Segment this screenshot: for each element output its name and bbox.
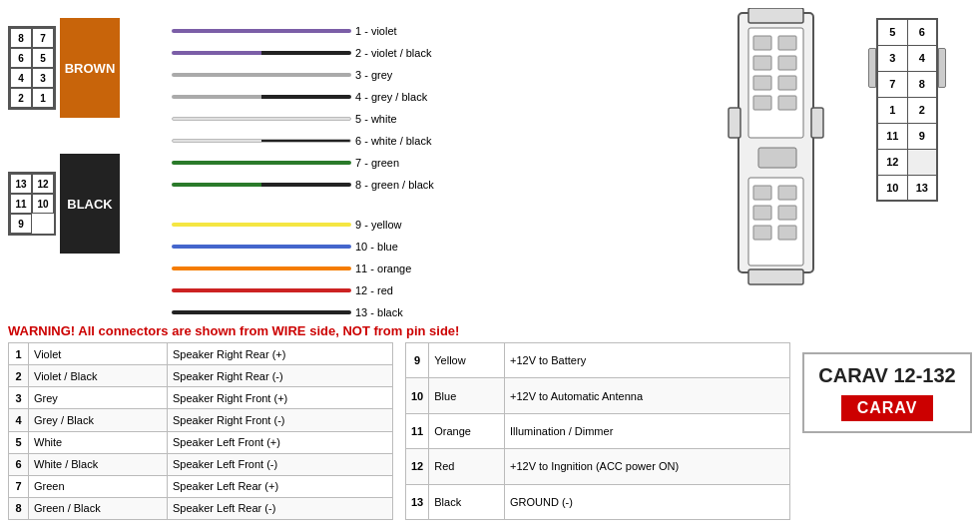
wire-label-13: 13 - black — [355, 306, 403, 318]
svg-rect-16 — [778, 186, 796, 200]
wire-row: 10 - blue — [172, 236, 715, 258]
pin-color: Orange — [429, 413, 505, 448]
table-row: 10 Blue +12V to Automatic Antenna — [406, 378, 790, 413]
table-row: 9 Yellow +12V to Battery — [406, 343, 790, 378]
wire-line-11 — [172, 266, 351, 270]
pin-function: Speaker Left Rear (-) — [167, 497, 392, 519]
bottom-wires: 9 - yellow 10 - blue 11 - orange 12 - re… — [172, 214, 715, 323]
pin-number: 6 — [9, 453, 29, 475]
carav-box: CARAV 12-132 CARAV — [802, 352, 972, 433]
conn-cell: 10 — [32, 194, 54, 214]
pin-table-left: 1 Violet Speaker Right Rear (+) 2 Violet… — [8, 342, 393, 520]
wire-line-2 — [172, 51, 351, 55]
conn-cell: 8 — [10, 28, 32, 48]
wire-label-2: 2 - violet / black — [355, 47, 431, 59]
svg-rect-7 — [753, 76, 771, 90]
pin-color: Green — [29, 475, 168, 497]
conn-cell: 11 — [10, 194, 32, 214]
wire-row: 12 - red — [172, 279, 715, 301]
pin-color: Grey — [29, 387, 168, 409]
conn-cell: 6 — [10, 48, 32, 68]
wire-line-6 — [172, 139, 351, 143]
svg-rect-10 — [778, 96, 796, 110]
wire-line-5 — [172, 117, 351, 121]
table-row: 4 Grey / Black Speaker Right Front (-) — [9, 409, 393, 431]
table-row: 12 Red +12V to Ingnition (ACC power ON) — [406, 449, 790, 484]
wire-label-12: 12 - red — [355, 284, 393, 296]
conn-cell: 3 — [32, 68, 54, 88]
wire-row: 3 - grey — [172, 64, 715, 86]
pin-color: Yellow — [429, 343, 505, 378]
conn-cell — [32, 214, 54, 234]
right-connector: 5 6 3 4 7 8 1 2 — [842, 18, 972, 202]
right-cell: 9 — [907, 123, 937, 149]
svg-rect-13 — [758, 148, 796, 168]
wire-line-8 — [172, 183, 351, 187]
wire-label-6: 6 - white / black — [355, 135, 431, 147]
right-cell: 2 — [907, 97, 937, 123]
wire-label-11: 11 - orange — [355, 263, 411, 274]
conn-cell: 12 — [32, 174, 54, 194]
pin-function: Speaker Left Front (-) — [167, 453, 392, 475]
right-cell: 13 — [907, 175, 937, 201]
table-row: 6 White / Black Speaker Left Front (-) — [9, 453, 393, 475]
wire-line-7 — [172, 161, 351, 165]
pin-number: 9 — [406, 343, 429, 378]
brown-label: BROWN — [60, 18, 120, 118]
right-cell: 6 — [907, 19, 937, 45]
pin-color: Violet / Black — [29, 365, 168, 387]
pin-number: 4 — [9, 409, 29, 431]
pin-color: Violet — [29, 343, 168, 365]
wire-line-9 — [172, 223, 351, 227]
clip-left — [868, 48, 876, 88]
conn-cell: 7 — [32, 28, 54, 48]
wire-label-3: 3 - grey — [355, 69, 392, 81]
table-row: 1 Violet Speaker Right Rear (+) — [9, 343, 393, 365]
table-row: 2 Violet / Black Speaker Right Rear (-) — [9, 365, 393, 387]
svg-rect-20 — [778, 226, 796, 240]
wire-row: 9 - yellow — [172, 214, 715, 236]
wire-line-3 — [172, 73, 351, 77]
right-cell: 1 — [877, 97, 907, 123]
svg-rect-18 — [778, 206, 796, 220]
pin-function: Illumination / Dimmer — [505, 413, 790, 448]
svg-rect-17 — [753, 206, 771, 220]
svg-rect-15 — [753, 186, 771, 200]
carav-logo: CARAV — [841, 395, 934, 421]
svg-rect-5 — [753, 56, 771, 70]
table-row: 13 Black GROUND (-) — [406, 484, 790, 519]
wire-row: 2 - violet / black — [172, 42, 715, 64]
pin-number: 2 — [9, 365, 29, 387]
wire-label-8: 8 - green / black — [355, 179, 434, 191]
pin-color: Green / Black — [29, 497, 168, 519]
black-conn-grid: 13 12 11 10 9 — [8, 172, 56, 236]
pin-color: Red — [429, 449, 505, 484]
svg-rect-19 — [753, 226, 771, 240]
black-connector-block: 13 12 11 10 9 BLACK — [8, 154, 168, 254]
svg-rect-6 — [778, 56, 796, 70]
main-container: 8 7 6 5 4 3 2 1 BROWN 13 12 11 10 — [0, 0, 980, 528]
svg-rect-12 — [811, 108, 823, 138]
wire-label-9: 9 - yellow — [355, 219, 401, 231]
svg-rect-3 — [753, 36, 771, 50]
connector-body-svg — [724, 8, 833, 297]
pin-number: 12 — [406, 449, 429, 484]
wire-label-5: 5 - white — [355, 113, 397, 125]
pin-function: +12V to Automatic Antenna — [505, 378, 790, 413]
conn-cell: 13 — [10, 174, 32, 194]
wire-line-10 — [172, 245, 351, 249]
pin-color: White — [29, 431, 168, 453]
svg-rect-9 — [753, 96, 771, 110]
wire-row: 5 - white — [172, 108, 715, 130]
pin-number: 5 — [9, 431, 29, 453]
wire-label-7: 7 - green — [355, 157, 399, 169]
pin-number: 3 — [9, 387, 29, 409]
svg-rect-21 — [748, 269, 803, 284]
wire-row: 8 - green / black — [172, 174, 715, 196]
pin-function: Speaker Right Rear (+) — [167, 343, 392, 365]
pin-function: +12V to Ingnition (ACC power ON) — [505, 449, 790, 484]
table-row: 5 White Speaker Left Front (+) — [9, 431, 393, 453]
wire-line-4 — [172, 95, 351, 99]
conn-cell: 1 — [32, 88, 54, 108]
wire-label-10: 10 - blue — [355, 241, 398, 253]
